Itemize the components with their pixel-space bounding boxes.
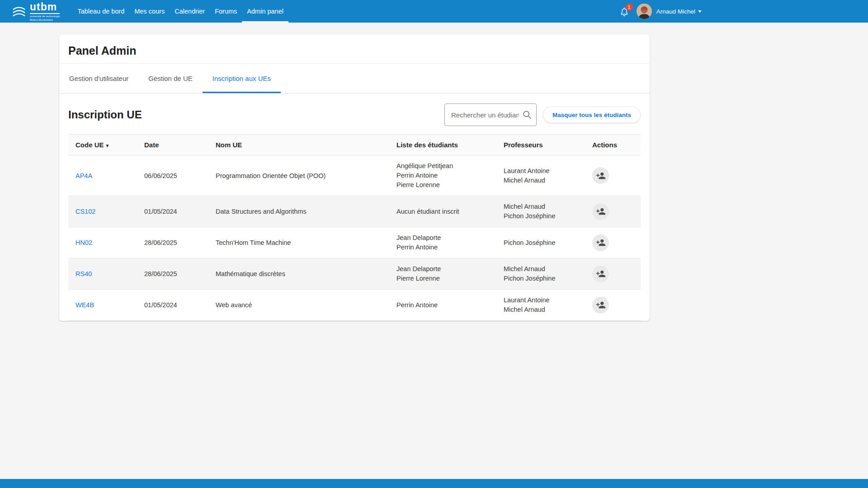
professor-name: Pichon Joséphine xyxy=(504,211,578,221)
student-name: Perrin Antoine xyxy=(396,171,489,180)
professor-name: Laurant Antoine xyxy=(504,166,578,176)
avatar-image xyxy=(637,4,652,19)
student-list: Jean DelaportePerrin Antoine xyxy=(396,233,489,252)
ue-name: Mathématique discrètes xyxy=(208,258,389,290)
ue-table: Code UE▼ Date Nom UE Liste des étudiants… xyxy=(68,134,641,321)
professor-name: Laurant Antoine xyxy=(504,296,578,305)
professor-name: Pichon Joséphine xyxy=(504,238,578,248)
ue-date: 01/05/2024 xyxy=(137,290,208,321)
section-toolbar: Inscription UE Masquer tous les étudiant… xyxy=(59,94,650,134)
person-add-icon xyxy=(596,300,606,310)
add-student-button[interactable] xyxy=(592,203,609,220)
col-header-label: Code UE xyxy=(75,141,104,149)
nav-forums[interactable]: Forums xyxy=(210,0,242,23)
navbar-right-group: 1 Arnaud Michel xyxy=(618,4,702,19)
ue-date: 28/06/2025 xyxy=(137,227,208,258)
ue-date: 28/06/2025 xyxy=(137,258,208,290)
search-box xyxy=(444,103,537,126)
professor-name: Michel Arnaud xyxy=(504,305,578,314)
ue-date: 06/06/2025 xyxy=(137,155,208,196)
add-student-button[interactable] xyxy=(592,167,609,184)
col-header-actions: Actions xyxy=(585,135,641,155)
nav-calendrier[interactable]: Calendrier xyxy=(170,0,210,23)
table-header-row: Code UE▼ Date Nom UE Liste des étudiants… xyxy=(68,135,641,155)
ue-name: Web avancé xyxy=(208,290,389,321)
table-row: AP4A 06/06/2025 Programmation Orientée O… xyxy=(68,155,641,196)
tab-bar: Gestion d'utilisateur Gestion de UE Insc… xyxy=(59,64,650,94)
student-name: Jean Delaporte xyxy=(396,233,489,243)
professor-name: Michel Arnaud xyxy=(504,264,578,274)
table-row: RS40 28/06/2025 Mathématique discrètes J… xyxy=(68,258,641,290)
student-name: Angélique Petitjean xyxy=(396,161,489,171)
brand-name: utbm xyxy=(30,2,60,14)
table-row: CS102 01/05/2024 Data Structures and Alg… xyxy=(68,196,641,227)
nav-mes-cours[interactable]: Mes cours xyxy=(129,0,170,23)
main-nav: Tableau de bord Mes cours Calendrier For… xyxy=(72,0,288,23)
ue-date: 01/05/2024 xyxy=(137,196,208,227)
professor-name: Pichon Joséphine xyxy=(504,274,578,283)
col-header-date: Date xyxy=(137,135,208,155)
professor-name: Michel Arnaud xyxy=(504,176,578,185)
ue-code-link[interactable]: WE4B xyxy=(75,301,94,309)
student-name: Perrin Antoine xyxy=(396,300,489,310)
ue-code-link[interactable]: RS40 xyxy=(75,270,92,277)
add-student-button[interactable] xyxy=(592,266,609,282)
search-icon xyxy=(522,110,532,120)
student-list: Jean DelaportePierre Lorenne xyxy=(396,264,489,283)
person-add-icon xyxy=(596,171,606,181)
ue-name: Programmation Orientée Objet (POO) xyxy=(208,155,389,196)
empty-students-label: Aucun étudiant inscrit xyxy=(396,207,489,216)
card-header: Panel Admin xyxy=(59,34,650,64)
ue-name: Techn'Hom Time Machine xyxy=(208,227,389,258)
table-row: WE4B 01/05/2024 Web avancé Perrin Antoin… xyxy=(68,290,641,321)
add-student-button[interactable] xyxy=(592,297,609,314)
person-add-icon xyxy=(596,206,606,216)
avatar[interactable] xyxy=(637,4,652,19)
student-list: Angélique PetitjeanPerrin AntoinePierre … xyxy=(396,161,489,190)
person-add-icon xyxy=(596,269,606,279)
tab-gestion-ue[interactable]: Gestion de UE xyxy=(138,64,203,93)
col-header-nom-ue: Nom UE xyxy=(208,135,389,155)
tab-gestion-utilisateur[interactable]: Gestion d'utilisateur xyxy=(59,64,138,93)
person-add-icon xyxy=(596,238,606,248)
tab-inscription-ues[interactable]: Inscription aux UEs xyxy=(203,64,281,93)
professor-list: Michel ArnaudPichon Joséphine xyxy=(504,264,578,283)
notifications-button[interactable]: 1 xyxy=(618,5,632,18)
brand-subtitle-line1: université de technologie xyxy=(30,15,60,18)
add-student-button[interactable] xyxy=(592,235,609,251)
student-name: Pierre Lorenne xyxy=(396,180,489,190)
top-navbar: utbm université de technologie Belfort-M… xyxy=(0,0,868,23)
nav-admin-panel[interactable]: Admin panel xyxy=(242,0,288,23)
ue-name: Data Structures and Algorithms xyxy=(208,196,389,227)
utbm-logo-icon xyxy=(11,5,27,18)
ue-code-link[interactable]: CS102 xyxy=(75,208,95,215)
student-name: Perrin Antoine xyxy=(396,243,489,252)
dropdown-caret-icon xyxy=(698,10,702,13)
admin-panel-card: Panel Admin Gestion d'utilisateur Gestio… xyxy=(59,34,650,321)
col-header-professeurs: Professeurs xyxy=(496,135,585,155)
student-list: Perrin Antoine xyxy=(396,300,489,310)
page-title: Panel Admin xyxy=(68,44,641,57)
footer-bar xyxy=(0,479,868,488)
professor-list: Pichon Joséphine xyxy=(504,238,578,248)
user-name: Arnaud Michel xyxy=(656,8,695,15)
nav-tableau-de-bord[interactable]: Tableau de bord xyxy=(72,0,129,23)
ue-code-link[interactable]: HN02 xyxy=(75,239,92,246)
professor-list: Laurant AntoineMichel Arnaud xyxy=(504,166,578,185)
user-menu-button[interactable]: Arnaud Michel xyxy=(656,8,702,15)
ue-table-body: AP4A 06/06/2025 Programmation Orientée O… xyxy=(68,155,641,321)
utbm-logo[interactable]: utbm université de technologie Belfort-M… xyxy=(11,2,60,21)
student-name: Jean Delaporte xyxy=(396,264,489,274)
hide-all-students-button[interactable]: Masquer tous les étudiants xyxy=(543,107,641,123)
main-content: Panel Admin Gestion d'utilisateur Gestio… xyxy=(0,23,868,479)
brand-subtitle-line2: Belfort-Montbéliard xyxy=(30,19,60,21)
professor-list: Laurant AntoineMichel Arnaud xyxy=(504,296,578,314)
sort-desc-icon: ▼ xyxy=(105,143,110,148)
professor-list: Michel ArnaudPichon Joséphine xyxy=(504,202,578,221)
col-header-liste-etudiants: Liste des étudiants xyxy=(389,135,496,155)
ue-code-link[interactable]: AP4A xyxy=(75,172,92,179)
student-list: Aucun étudiant inscrit xyxy=(396,207,489,216)
section-title: Inscription UE xyxy=(68,108,142,121)
notification-badge: 1 xyxy=(626,4,633,11)
col-header-code-ue[interactable]: Code UE▼ xyxy=(68,135,137,155)
